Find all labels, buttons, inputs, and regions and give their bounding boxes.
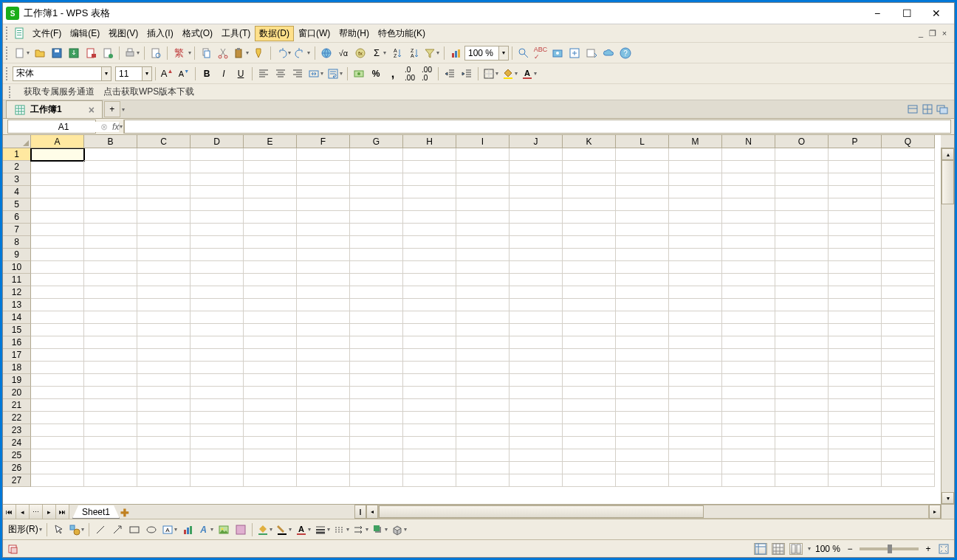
- cell[interactable]: [403, 274, 456, 286]
- sheet-tab[interactable]: Sheet1: [72, 505, 120, 519]
- row-header[interactable]: 22: [3, 412, 31, 424]
- cell[interactable]: [829, 236, 882, 249]
- name-box[interactable]: ▾: [7, 120, 96, 134]
- cell[interactable]: [297, 224, 350, 236]
- save-button[interactable]: [49, 45, 65, 61]
- print-button[interactable]: ▾: [123, 45, 141, 61]
- cell[interactable]: [616, 286, 669, 299]
- cell[interactable]: [403, 261, 456, 274]
- row-header[interactable]: 26: [3, 462, 31, 474]
- cell[interactable]: [350, 424, 403, 437]
- cell[interactable]: [456, 198, 510, 211]
- undo-button[interactable]: ▾: [274, 45, 292, 61]
- export-pdf-button[interactable]: [83, 45, 99, 61]
- cell[interactable]: [829, 424, 882, 437]
- row-header[interactable]: 11: [3, 274, 31, 286]
- cell[interactable]: [882, 261, 935, 274]
- cell[interactable]: [31, 437, 84, 449]
- cell[interactable]: [882, 374, 935, 387]
- zoom-dropdown[interactable]: ▾: [498, 46, 509, 61]
- cell[interactable]: [563, 387, 616, 399]
- cell[interactable]: [191, 224, 244, 236]
- percent-button[interactable]: %: [368, 66, 384, 82]
- select-objects-button[interactable]: [50, 522, 66, 538]
- cell[interactable]: [829, 449, 882, 462]
- cell[interactable]: [456, 224, 510, 236]
- cancel-formula-icon[interactable]: ⊗: [100, 122, 108, 132]
- cell[interactable]: [84, 474, 137, 487]
- cell[interactable]: [722, 462, 775, 474]
- align-center-button[interactable]: [272, 66, 289, 82]
- cell[interactable]: [563, 286, 616, 299]
- cell[interactable]: [563, 336, 616, 349]
- cell[interactable]: [350, 261, 403, 274]
- cell[interactable]: [31, 399, 84, 412]
- cell[interactable]: [775, 173, 829, 186]
- cell[interactable]: [244, 336, 297, 349]
- menu-file[interactable]: 文件(F): [28, 26, 66, 41]
- cell[interactable]: [297, 299, 350, 311]
- equation-button[interactable]: √α: [335, 45, 351, 61]
- arrow-button[interactable]: [109, 522, 126, 538]
- format-painter-button[interactable]: [251, 45, 267, 61]
- cell[interactable]: [775, 211, 829, 224]
- row-header[interactable]: 16: [3, 336, 31, 349]
- sheet-list-button[interactable]: ⋯: [30, 505, 43, 519]
- cell[interactable]: [722, 387, 775, 399]
- cell[interactable]: [722, 399, 775, 412]
- cell[interactable]: [403, 286, 456, 299]
- cell[interactable]: [350, 362, 403, 374]
- cell[interactable]: [403, 224, 456, 236]
- cell[interactable]: [456, 274, 510, 286]
- cell[interactable]: [244, 224, 297, 236]
- cell[interactable]: [84, 161, 137, 173]
- page-layout-view-button[interactable]: [789, 543, 803, 555]
- menu-view[interactable]: 视图(V): [104, 26, 143, 41]
- cell[interactable]: [563, 362, 616, 374]
- cell[interactable]: [722, 474, 775, 487]
- cell[interactable]: [775, 374, 829, 387]
- cell[interactable]: [403, 148, 456, 161]
- cell[interactable]: [137, 286, 191, 299]
- vscroll-thumb[interactable]: [941, 160, 954, 204]
- cell[interactable]: [350, 224, 403, 236]
- cell[interactable]: [616, 198, 669, 211]
- input-mode-icon[interactable]: [7, 543, 19, 555]
- cell[interactable]: [297, 349, 350, 362]
- cell[interactable]: [191, 198, 244, 211]
- row-header[interactable]: 8: [3, 236, 31, 249]
- protect-button[interactable]: [566, 45, 583, 61]
- cell[interactable]: [563, 437, 616, 449]
- cell[interactable]: [510, 249, 563, 261]
- paste-button[interactable]: ▾: [232, 45, 250, 61]
- cell[interactable]: [297, 186, 350, 198]
- cell[interactable]: [137, 374, 191, 387]
- cell[interactable]: [456, 387, 510, 399]
- dash-style-button[interactable]: ▾: [332, 522, 351, 538]
- cell[interactable]: [775, 261, 829, 274]
- cell[interactable]: [137, 224, 191, 236]
- cell[interactable]: [350, 412, 403, 424]
- increase-font-button[interactable]: A▲: [159, 66, 175, 82]
- cell[interactable]: [882, 412, 935, 424]
- cell[interactable]: [297, 362, 350, 374]
- column-header[interactable]: C: [137, 135, 191, 148]
- cell[interactable]: [616, 449, 669, 462]
- text-color-button[interactable]: A▾: [294, 522, 312, 538]
- cell[interactable]: [403, 173, 456, 186]
- cell[interactable]: [829, 173, 882, 186]
- menu-tools[interactable]: 工具(T): [217, 26, 255, 41]
- cell[interactable]: [722, 198, 775, 211]
- print-preview-button[interactable]: [148, 45, 164, 61]
- cell[interactable]: [829, 324, 882, 336]
- cell[interactable]: [510, 173, 563, 186]
- cell[interactable]: [775, 336, 829, 349]
- redo-button[interactable]: ▾: [293, 45, 312, 61]
- column-header[interactable]: G: [350, 135, 403, 148]
- cell[interactable]: [616, 349, 669, 362]
- toolbar-grip[interactable]: [6, 46, 10, 60]
- cell[interactable]: [882, 173, 935, 186]
- hscroll-split-button[interactable]: ‖: [354, 505, 366, 519]
- cell[interactable]: [456, 236, 510, 249]
- add-sheet-button[interactable]: ✚: [117, 507, 133, 519]
